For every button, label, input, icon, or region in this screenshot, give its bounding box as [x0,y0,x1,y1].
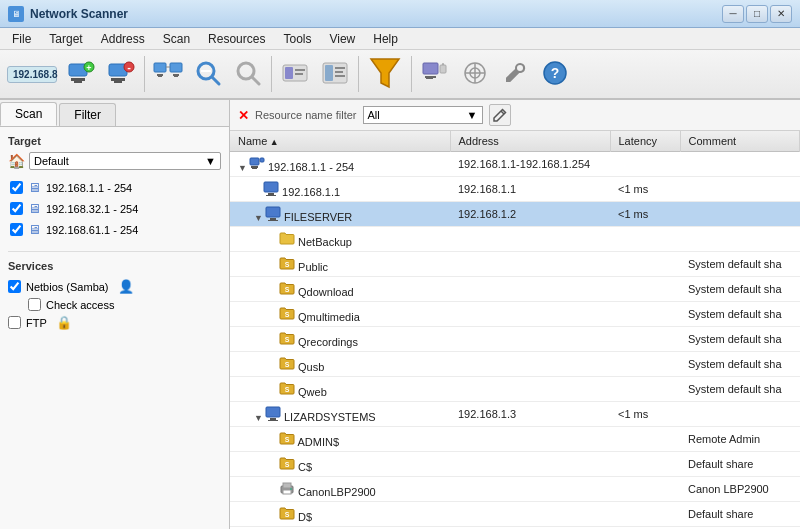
svg-rect-13 [158,76,162,77]
help-icon: ? [542,60,568,89]
table-row[interactable]: ▶S Qweb System default sha [230,377,800,402]
tab-scan[interactable]: Scan [0,102,57,126]
target-value: Default [34,155,69,167]
left-panel: Scan Filter Target 🏠 Default ▼ 🖥 192.168… [0,100,230,529]
table-row[interactable]: ▼ 192.168.1.1 - 254 192.168.1.1-192.168.… [230,152,800,177]
add-hosts-icon: + [67,59,95,90]
target-section-label: Target [8,135,221,147]
toolbar-sep-2 [271,56,272,92]
ftp-checkbox[interactable] [8,316,21,329]
help-button[interactable]: ? [536,55,574,93]
window-icon: 🖥 [8,6,24,22]
cell-latency [610,227,680,252]
svg-text:S: S [285,286,290,293]
menu-view[interactable]: View [321,30,363,48]
table-row[interactable]: ▼ FILESERVER 192.168.1.2 <1 ms [230,202,800,227]
filter-value: All [368,109,380,121]
table-row[interactable]: ▶S ADMIN$ Remote Admin [230,427,800,452]
cell-name: ▶S ADMIN$ [230,427,450,452]
svg-rect-28 [335,67,345,69]
table-row[interactable]: ▶S Qusb System default sha [230,352,800,377]
svg-point-69 [290,488,292,490]
menu-file[interactable]: File [4,30,39,48]
cell-latency: <1 ms [610,177,680,202]
table-row[interactable]: ▶S C$ Default share [230,452,800,477]
table-row[interactable]: ▶S Public System default sha [230,252,800,277]
table-row[interactable]: ▶ CanonLBP2900 Canon LBP2900 [230,477,800,502]
svg-line-18 [212,77,219,84]
cell-latency: <1 ms [610,202,680,227]
close-button[interactable]: ✕ [770,5,792,23]
target-dropdown: 🏠 Default ▼ [8,152,221,170]
cell-latency [610,377,680,402]
check-access-checkbox[interactable] [28,298,41,311]
cell-latency [610,327,680,352]
svg-rect-54 [268,220,278,221]
svg-rect-27 [325,65,333,81]
col-latency[interactable]: Latency [610,131,680,152]
filter-combo[interactable]: All ▼ [363,106,483,124]
menu-help[interactable]: Help [365,30,406,48]
menu-address[interactable]: Address [93,30,153,48]
maximize-button[interactable]: □ [746,5,768,23]
menu-tools[interactable]: Tools [275,30,319,48]
filter-clear-button[interactable]: ✕ [238,108,249,123]
menu-target[interactable]: Target [41,30,90,48]
table-header: Name Address Latency Comment [230,131,800,152]
filter-button[interactable] [363,52,407,96]
scan-range-3-checkbox[interactable] [10,223,23,236]
remove-hosts-button[interactable]: - [102,55,140,93]
col-address[interactable]: Address [450,131,610,152]
toolbar: 192.168.8 + - [0,50,800,100]
options-button[interactable] [496,55,534,93]
cell-comment: System default sha [680,327,800,352]
menu-resources[interactable]: Resources [200,30,273,48]
cell-address [450,327,610,352]
cell-name: ▼ LIZARDSYSTEMS [230,402,450,427]
cell-address: 192.168.1.1-192.168.1.254 [450,152,610,177]
cell-address [450,427,610,452]
computer-icon-1: 🖥 [28,180,41,195]
cell-comment: Default share [680,502,800,527]
table-row[interactable]: ▶ 192.168.1.1 192.168.1.1 <1 ms [230,177,800,202]
table-body: ▼ 192.168.1.1 - 254 192.168.1.1-192.168.… [230,152,800,530]
extra-button-2[interactable] [456,55,494,93]
table-row[interactable]: ▼ LIZARDSYSTEMS 192.168.1.3 <1 ms [230,402,800,427]
cell-comment: Remote Admin [680,427,800,452]
table-row[interactable]: ▶ NetBackup [230,227,800,252]
table-row[interactable]: ▶S D$ Default share [230,502,800,527]
table-row[interactable]: ▶S Qmultimedia System default sha [230,302,800,327]
scan-stop-button[interactable] [229,55,267,93]
scan-all-button[interactable] [316,55,354,93]
cell-name: ▶ 192.168.1.1 [230,177,450,202]
network-view-button[interactable] [149,55,187,93]
table-row[interactable]: ▶S Qrecordings System default sha [230,327,800,352]
ip-address-display: 192.168.8 [4,55,60,93]
svg-rect-33 [425,76,436,78]
table-row[interactable]: ▶S Qdownload System default sha [230,277,800,302]
tab-filter[interactable]: Filter [59,103,116,126]
filter-edit-button[interactable] [489,104,511,126]
scan-range-2-checkbox[interactable] [10,202,23,215]
cell-name: ▶ NetBackup [230,227,450,252]
svg-rect-10 [154,63,166,72]
add-hosts-button[interactable]: + [62,55,100,93]
cell-latency: <1 ms [610,402,680,427]
svg-marker-31 [371,59,399,87]
col-name[interactable]: Name [230,131,450,152]
filter-label: Resource name filter [255,109,357,121]
target-select[interactable]: Default ▼ [29,152,221,170]
netbios-checkbox[interactable] [8,280,21,293]
scan-start-button[interactable] [189,55,227,93]
svg-rect-34 [426,78,433,79]
cell-address: 192.168.1.2 [450,202,610,227]
left-content: Target 🏠 Default ▼ 🖥 192.168.1.1 - 254 🖥… [0,127,229,529]
menu-scan[interactable]: Scan [155,30,198,48]
scan-range-2-label: 192.168.32.1 - 254 [46,203,138,215]
svg-rect-23 [285,67,293,79]
extra-button-1[interactable] [416,55,454,93]
scan-range-button[interactable] [276,55,314,93]
col-comment[interactable]: Comment [680,131,800,152]
minimize-button[interactable]: ─ [722,5,744,23]
scan-range-1-checkbox[interactable] [10,181,23,194]
